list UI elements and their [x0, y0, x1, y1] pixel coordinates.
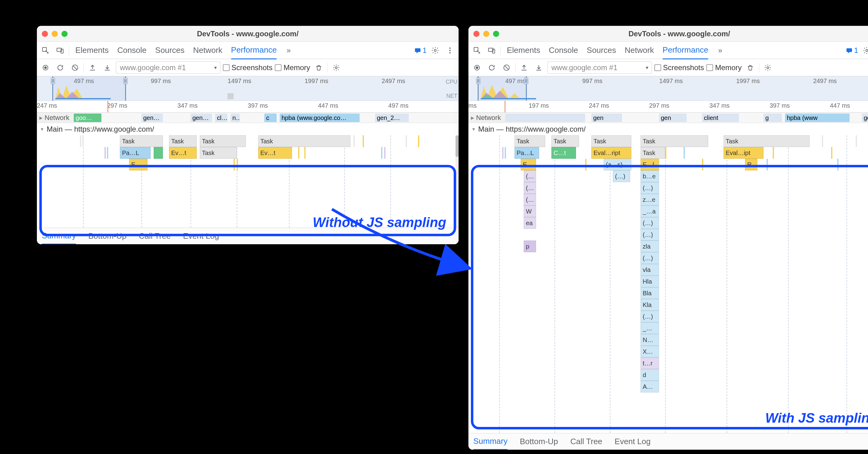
flame-chart[interactable]: TaskTaskTaskTaskTaskPa…LC…tEval…riptTask…: [468, 135, 868, 433]
gc-icon[interactable]: [744, 61, 756, 74]
flame-cell[interactable]: Task: [200, 135, 246, 147]
flame-cell[interactable]: (…): [641, 252, 659, 264]
flame-cell[interactable]: d: [641, 369, 659, 381]
flame-cell[interactable]: (…): [641, 311, 659, 322]
network-track[interactable]: Network gengenclientghpba (wwwgen: [468, 113, 868, 123]
flame-cell[interactable]: Eval…ipt: [723, 147, 764, 159]
flame-cell[interactable]: Task: [723, 135, 810, 147]
flame-cell[interactable]: Task: [641, 135, 708, 147]
timeline-overview[interactable]: 497 ms997 ms1497 ms1997 ms2497 ms CPU NE…: [37, 76, 459, 101]
close-icon[interactable]: [42, 31, 48, 37]
flame-cell[interactable]: (…: [524, 170, 536, 182]
flame-cell[interactable]: [154, 147, 163, 159]
upload-icon[interactable]: [518, 61, 530, 74]
flame-cell[interactable]: Eval…ript: [591, 147, 631, 159]
settings-gear-icon[interactable]: [861, 44, 868, 57]
kebab-menu-icon[interactable]: [444, 44, 456, 57]
flame-cell[interactable]: z…e: [641, 194, 659, 205]
titlebar[interactable]: DevTools - www.google.com/: [468, 26, 868, 42]
flame-cell[interactable]: F…l: [641, 159, 659, 170]
network-label[interactable]: Network: [37, 113, 74, 123]
tab-event-log[interactable]: Event Log: [615, 434, 651, 449]
memory-checkbox[interactable]: Memory: [706, 63, 742, 72]
time-ruler[interactable]: ms197 ms247 ms297 ms347 ms397 ms447 ms: [468, 101, 868, 113]
tab-console[interactable]: Console: [117, 42, 146, 59]
network-request[interactable]: cl…: [215, 113, 227, 122]
flame-chart[interactable]: TaskTaskTaskTaskPa…LEv…tTaskEv…tE…: [37, 135, 459, 228]
record-icon[interactable]: [39, 61, 52, 74]
panel-settings-gear-icon[interactable]: [330, 61, 342, 74]
time-ruler[interactable]: 247 ms297 ms347 ms397 ms447 ms497 ms: [37, 101, 459, 113]
flame-cell[interactable]: Pa…L: [120, 147, 151, 159]
inspect-icon[interactable]: [39, 44, 52, 57]
network-request[interactable]: gen: [862, 113, 868, 122]
network-request[interactable]: goo…: [74, 113, 101, 122]
overview-handle-left[interactable]: [476, 78, 480, 84]
network-request[interactable]: [505, 113, 585, 122]
flame-cell[interactable]: (…: [524, 194, 536, 205]
flame-cell[interactable]: Hla: [641, 276, 659, 287]
flame-cell[interactable]: Bla: [641, 287, 659, 299]
timeline-overview[interactable]: 497 ms997 ms1497 ms1997 ms2497 ms CPU NE…: [468, 76, 868, 101]
flame-cell[interactable]: Task: [641, 147, 665, 159]
memory-checkbox[interactable]: Memory: [275, 63, 310, 72]
tab-network[interactable]: Network: [625, 42, 654, 59]
flame-cell[interactable]: Ev…t: [258, 147, 292, 159]
device-icon[interactable]: [54, 44, 66, 57]
network-request[interactable]: hpba (www: [785, 113, 849, 122]
recording-select[interactable]: www.google.com #1: [548, 61, 652, 74]
flame-cell[interactable]: Task: [591, 135, 631, 147]
upload-icon[interactable]: [86, 61, 99, 74]
main-thread-label[interactable]: Main — https://www.google.com/: [468, 123, 868, 135]
network-label[interactable]: Network: [468, 113, 505, 123]
minimize-icon[interactable]: [483, 31, 489, 37]
network-request[interactable]: hpba (www.google.co…: [280, 113, 360, 122]
panel-settings-gear-icon[interactable]: [762, 61, 774, 74]
more-tabs-chevron-icon[interactable]: »: [717, 46, 723, 55]
flame-cell[interactable]: ea: [524, 217, 536, 229]
flame-cell[interactable]: R…: [745, 159, 757, 170]
flame-cell[interactable]: Task: [200, 147, 237, 159]
network-request[interactable]: c: [264, 113, 277, 122]
tab-performance[interactable]: Performance: [231, 41, 277, 59]
flame-cell[interactable]: t…r: [641, 358, 659, 369]
tab-sources[interactable]: Sources: [587, 42, 616, 59]
tab-summary[interactable]: Summary: [473, 433, 507, 450]
flame-cell[interactable]: (…): [641, 182, 659, 194]
issues-badge[interactable]: 1: [845, 46, 858, 55]
network-request[interactable]: g: [764, 113, 782, 122]
device-icon[interactable]: [486, 44, 498, 57]
network-track[interactable]: Network goo…gen…gen…cl…n…chpba (www.goog…: [37, 113, 459, 123]
network-request[interactable]: gen_2…: [375, 113, 409, 122]
flame-cell[interactable]: Task: [258, 135, 350, 147]
tab-performance[interactable]: Performance: [663, 41, 709, 59]
overview-handle-right[interactable]: [123, 78, 128, 84]
flame-cell[interactable]: (…): [641, 229, 659, 240]
download-icon[interactable]: [101, 61, 114, 74]
flame-cell[interactable]: C…t: [551, 147, 576, 159]
recording-select[interactable]: www.google.com #1: [116, 61, 220, 74]
tab-summary[interactable]: Summary: [42, 228, 76, 245]
flame-cell[interactable]: A…: [641, 381, 659, 393]
flame-cell[interactable]: X…: [641, 346, 659, 358]
overview-handle-right[interactable]: [524, 78, 528, 84]
reload-icon[interactable]: [486, 61, 498, 74]
flame-cell[interactable]: Task: [120, 135, 163, 147]
flame-cell[interactable]: E…: [129, 159, 148, 170]
network-request[interactable]: client: [702, 113, 739, 122]
screenshots-checkbox[interactable]: Screenshots: [654, 63, 704, 72]
clear-icon[interactable]: [69, 61, 81, 74]
download-icon[interactable]: [533, 61, 545, 74]
flame-cell[interactable]: vla: [641, 264, 659, 276]
more-tabs-chevron-icon[interactable]: »: [285, 46, 292, 55]
tab-console[interactable]: Console: [549, 42, 578, 59]
settings-gear-icon[interactable]: [429, 44, 441, 57]
overview-handle-left[interactable]: [51, 78, 55, 84]
flame-cell[interactable]: W: [524, 205, 536, 217]
tab-bottom-up[interactable]: Bottom-Up: [520, 434, 558, 449]
tab-elements[interactable]: Elements: [75, 42, 108, 59]
flame-cell[interactable]: Task: [515, 135, 545, 147]
flame-cell[interactable]: p: [524, 240, 536, 252]
tab-bottom-up[interactable]: Bottom-Up: [88, 228, 126, 244]
flame-cell[interactable]: (…): [641, 217, 659, 229]
